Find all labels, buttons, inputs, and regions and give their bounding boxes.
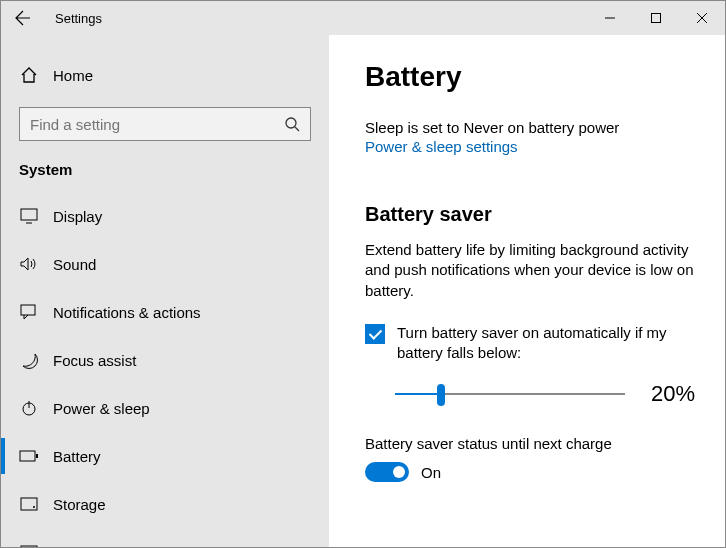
sidebar-item-sound[interactable]: Sound — [1, 240, 329, 288]
svg-rect-5 — [20, 451, 35, 461]
battery-saver-heading: Battery saver — [365, 203, 701, 226]
battery-saver-description: Extend battery life by limiting backgrou… — [365, 240, 701, 301]
auto-saver-checkbox[interactable] — [365, 324, 385, 344]
sidebar-item-storage[interactable]: Storage — [1, 480, 329, 528]
minimize-button[interactable] — [587, 1, 633, 35]
sidebar: Home System Display Sound Notifications … — [1, 35, 329, 547]
power-icon — [19, 399, 39, 417]
close-icon — [697, 13, 707, 23]
svg-rect-7 — [21, 498, 37, 510]
svg-rect-2 — [21, 209, 37, 220]
sleep-note: Sleep is set to Never on battery power — [365, 119, 701, 136]
sidebar-item-focus-assist[interactable]: Focus assist — [1, 336, 329, 384]
window-controls — [587, 1, 725, 35]
sidebar-item-label: Sound — [39, 256, 96, 273]
svg-rect-0 — [652, 14, 661, 23]
main-panel: Battery Sleep is set to Never on battery… — [329, 35, 725, 547]
display-icon — [19, 208, 39, 224]
slider-thumb[interactable] — [437, 384, 445, 406]
power-sleep-link[interactable]: Power & sleep settings — [365, 138, 701, 155]
status-label: Battery saver status until next charge — [365, 435, 701, 452]
back-arrow-icon — [15, 10, 31, 26]
auto-saver-label: Turn battery saver on automatically if m… — [397, 323, 701, 364]
sidebar-item-label: Notifications & actions — [39, 304, 201, 321]
sound-icon — [19, 256, 39, 272]
maximize-button[interactable] — [633, 1, 679, 35]
back-button[interactable] — [1, 1, 45, 35]
window-title: Settings — [45, 11, 102, 26]
notifications-icon — [19, 304, 39, 320]
sidebar-item-label: Power & sleep — [39, 400, 150, 417]
title-bar: Settings — [1, 1, 725, 35]
svg-point-1 — [286, 118, 296, 128]
sidebar-item-label: Tablet mode — [39, 544, 135, 549]
sidebar-item-power-sleep[interactable]: Power & sleep — [1, 384, 329, 432]
sidebar-item-label: Storage — [39, 496, 106, 513]
category-heading: System — [1, 161, 329, 192]
slider-fill — [395, 393, 441, 395]
toggle-state: On — [421, 464, 441, 481]
home-button[interactable]: Home — [1, 53, 329, 97]
minimize-icon — [605, 13, 615, 23]
maximize-icon — [651, 13, 661, 23]
svg-point-8 — [33, 506, 35, 508]
sidebar-item-notifications[interactable]: Notifications & actions — [1, 288, 329, 336]
search-field[interactable] — [30, 116, 284, 133]
search-icon — [284, 116, 300, 132]
slider-value: 20% — [651, 381, 701, 407]
sidebar-item-label: Battery — [39, 448, 101, 465]
sidebar-item-tablet-mode[interactable]: Tablet mode — [1, 528, 329, 548]
sidebar-item-battery[interactable]: Battery — [1, 432, 329, 480]
page-title: Battery — [365, 61, 701, 93]
close-button[interactable] — [679, 1, 725, 35]
home-icon — [19, 66, 39, 84]
battery-icon — [19, 450, 39, 462]
storage-icon — [19, 497, 39, 511]
sidebar-item-label: Focus assist — [39, 352, 136, 369]
threshold-slider[interactable] — [395, 382, 625, 406]
svg-rect-3 — [21, 305, 35, 315]
search-input[interactable] — [19, 107, 311, 141]
home-label: Home — [39, 67, 93, 84]
focus-assist-icon — [19, 351, 39, 369]
svg-rect-6 — [36, 454, 38, 458]
sidebar-item-label: Display — [39, 208, 102, 225]
sidebar-item-display[interactable]: Display — [1, 192, 329, 240]
status-toggle[interactable] — [365, 462, 409, 482]
